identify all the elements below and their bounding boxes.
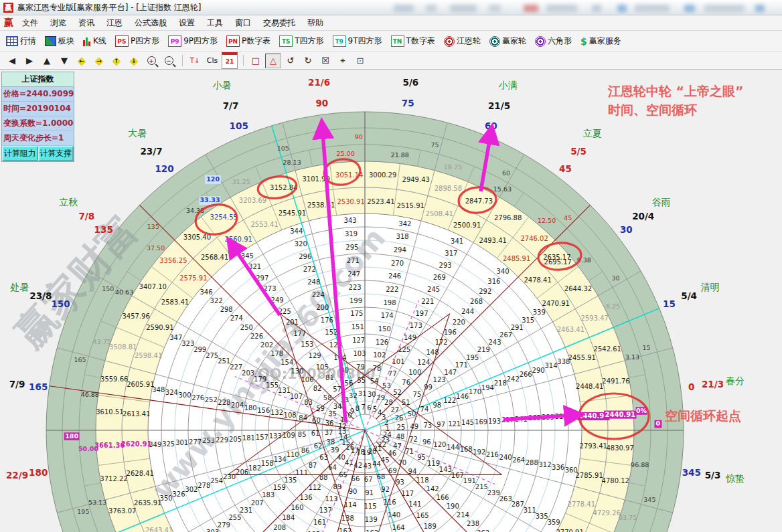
triangle-shape-button[interactable]: △ <box>265 54 281 68</box>
svg-text:120: 120 <box>206 175 220 183</box>
box-x-button[interactable]: ☒ <box>317 54 333 68</box>
step-up-button[interactable]: ◆↑ <box>108 54 125 68</box>
svg-text:166: 166 <box>437 494 449 501</box>
svg-text:73: 73 <box>423 422 432 429</box>
flip-down-button[interactable]: ▼ <box>56 54 72 68</box>
svg-text:30: 30 <box>620 224 633 235</box>
titlebar-artifact <box>592 5 601 12</box>
svg-text:清明: 清明 <box>701 282 720 292</box>
toolbar-button-9T四方形[interactable]: T99T四方形 <box>331 34 384 48</box>
zoom-in-button[interactable]: + <box>143 54 159 68</box>
toolbar-button-赢家服务[interactable]: $赢家服务 <box>578 34 623 48</box>
square-shape-button[interactable]: □ <box>248 54 264 68</box>
step-down-button[interactable]: ◆↓ <box>126 54 142 68</box>
calc-support-button[interactable]: 计算支撑 <box>38 146 74 161</box>
toolbar-button-板块[interactable]: 板块 <box>43 34 76 48</box>
rotate-cw-button-icon: ↻ <box>305 56 312 66</box>
svg-text:21.88: 21.88 <box>391 151 409 159</box>
svg-text:222: 222 <box>386 286 398 293</box>
svg-text:3763.07: 3763.07 <box>108 507 136 515</box>
menu-item-1[interactable]: 文件 <box>16 17 44 29</box>
svg-text:2575.91: 2575.91 <box>179 274 207 282</box>
menu-item-5[interactable]: 公式选股 <box>129 17 173 29</box>
p-number-table-icon: PN <box>226 35 240 47</box>
svg-text:2478.41: 2478.41 <box>524 276 551 284</box>
cls-button[interactable]: Cls <box>204 54 220 68</box>
toolbar-button-9P四方形[interactable]: P99P四方形 <box>166 34 220 48</box>
svg-text:143: 143 <box>439 466 452 473</box>
menu-item-10[interactable]: 帮助 <box>301 17 329 29</box>
toolbar-button-K线[interactable]: K线 <box>81 34 108 48</box>
svg-text:137: 137 <box>319 507 332 514</box>
svg-text:192: 192 <box>473 448 485 456</box>
svg-text:303: 303 <box>206 529 219 532</box>
svg-text:223: 223 <box>349 284 362 291</box>
svg-text:2785.91: 2785.91 <box>575 472 603 479</box>
step-left-button[interactable]: ◆← <box>74 54 90 68</box>
svg-text:34: 34 <box>333 403 342 410</box>
svg-text:3203.69: 3203.69 <box>239 197 266 204</box>
calc-resistance-button[interactable]: 计算阻力 <box>2 146 38 161</box>
svg-text:178: 178 <box>270 350 283 357</box>
svg-text:350: 350 <box>160 495 173 502</box>
zoom-out-button[interactable]: − <box>161 54 177 68</box>
svg-text:255: 255 <box>228 514 241 521</box>
svg-text:45: 45 <box>564 214 572 221</box>
svg-text:98: 98 <box>433 402 441 409</box>
menu-item-7[interactable]: 工具 <box>201 17 229 29</box>
svg-text:83: 83 <box>304 399 313 406</box>
svg-text:0: 0 <box>688 381 694 392</box>
flip-up-button[interactable]: ▲ <box>39 54 55 68</box>
svg-text:3: 3 <box>382 414 386 421</box>
svg-text:3254.55: 3254.55 <box>210 213 238 221</box>
svg-text:164: 164 <box>392 524 405 531</box>
menu-item-8[interactable]: 窗口 <box>229 17 257 29</box>
svg-text:95: 95 <box>417 454 426 461</box>
svg-text:252: 252 <box>205 396 218 404</box>
toolbar-button-T数字表[interactable]: TNT数字表 <box>389 34 437 48</box>
svg-text:71: 71 <box>405 448 414 455</box>
svg-text:110: 110 <box>287 451 299 458</box>
svg-text:224: 224 <box>312 291 325 298</box>
svg-text:66: 66 <box>351 475 360 482</box>
svg-text:129: 129 <box>309 352 321 359</box>
svg-text:25: 25 <box>397 424 406 431</box>
toolbar-button-P数字表[interactable]: PNP数字表 <box>224 34 272 48</box>
svg-text:120: 120 <box>433 441 446 448</box>
menu-item-6[interactable]: 设置 <box>173 17 201 29</box>
svg-text:108: 108 <box>284 412 297 419</box>
center-target-button[interactable]: ⌖ <box>335 54 351 68</box>
rotate-ccw-button[interactable]: ↺ <box>283 54 299 68</box>
titlebar-artifact <box>394 5 414 12</box>
rotate-left-button[interactable]: ◀ <box>4 54 20 68</box>
titlebar-artifact <box>450 5 477 12</box>
svg-text:63: 63 <box>319 454 328 461</box>
toolbar-button-江恩轮[interactable]: 江恩轮 <box>442 34 483 48</box>
toolbar-button-T四方形[interactable]: TST四方形 <box>277 34 325 48</box>
rotate-cw-button[interactable]: ↻ <box>300 54 316 68</box>
svg-text:大暑: 大暑 <box>128 128 147 139</box>
rotate-right-button[interactable]: ▶ <box>21 54 37 68</box>
svg-text:46: 46 <box>388 450 396 457</box>
toolbar-button-赢家轮[interactable]: 赢家轮 <box>487 34 528 48</box>
menu-item-2[interactable]: 浏览 <box>44 17 72 29</box>
menu-item-4[interactable]: 江恩 <box>100 17 129 29</box>
svg-text:90: 90 <box>355 133 363 141</box>
step-right-button[interactable]: ◆→ <box>91 54 107 68</box>
scale-tool-button[interactable]: T↓ <box>187 54 203 68</box>
svg-text:191: 191 <box>463 477 476 484</box>
toolbar-button-P四方形[interactable]: PSP四方形 <box>113 34 161 48</box>
calendar-button[interactable]: 21 <box>222 52 238 69</box>
menu-item-9[interactable]: 交易委托 <box>257 17 301 29</box>
svg-text:2463.41: 2463.41 <box>557 326 584 333</box>
svg-text:172: 172 <box>435 339 448 346</box>
svg-text:156: 156 <box>257 407 270 414</box>
svg-text:82: 82 <box>313 385 322 392</box>
menu-item-3[interactable]: 资讯 <box>72 17 100 29</box>
svg-text:60: 60 <box>312 417 321 424</box>
toolbar-button-行情[interactable]: 行情 <box>4 34 38 48</box>
svg-text:3356.25: 3356.25 <box>159 257 187 264</box>
svg-text:288: 288 <box>526 459 538 466</box>
toolbar-button-六角形[interactable]: 六角形 <box>533 34 574 48</box>
screen-button[interactable]: ⊡ <box>352 54 368 68</box>
